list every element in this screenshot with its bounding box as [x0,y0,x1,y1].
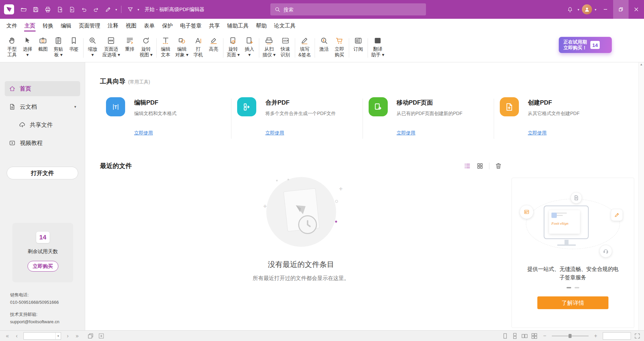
buy-now-button[interactable]: 立即购买 [332,34,347,62]
select-button[interactable]: 选择▾ [20,34,35,62]
menu-item-view[interactable]: 视图 [122,19,140,33]
trial-period-badge[interactable]: 正在试用期 立即购买！ 14 [559,37,612,53]
translate-assistant-button[interactable]: 翻译助手 ▾ [369,34,386,62]
learn-more-button[interactable]: 了解详情 [537,296,608,309]
search-box[interactable] [270,3,426,15]
page-number-input[interactable] [24,333,55,339]
grid-view-button[interactable] [476,162,484,170]
menu-item-protect[interactable]: 保护 [158,19,176,33]
menu-item-help[interactable]: 帮助 [252,19,270,33]
quick-esign-button[interactable] [102,3,114,15]
edit-text-icon [161,36,170,45]
scroll-up-arrow-icon[interactable]: ▲ [640,63,643,66]
last-page-button[interactable]: » [73,333,81,339]
restore-button[interactable] [613,0,629,19]
save-button[interactable] [30,3,42,15]
quick-ocr-button[interactable]: OCR 快速识别 [278,34,293,62]
next-page-button[interactable]: › [64,333,72,339]
zoom-slider[interactable] [552,334,589,338]
bookmark-button[interactable]: 书签 [66,34,82,62]
clear-recent-trash-button[interactable] [495,162,502,170]
quick-esign-caret-icon[interactable]: ▾ [114,8,118,11]
monitor-illustration: Foxit eSign [544,206,589,239]
page-number-caret-icon[interactable]: ▾ [55,333,61,339]
edit-object-button[interactable]: 编辑对象 ▾ [173,34,191,62]
search-input[interactable] [283,7,422,12]
menu-item-esign[interactable]: 电子签章 [176,19,205,33]
zoom-out-button[interactable]: − [541,333,549,339]
menu-item-file[interactable]: 文件 [3,19,21,33]
previous-page-button[interactable]: ‹ [13,333,21,339]
single-page-view-button[interactable] [502,333,508,339]
menu-item-comment[interactable]: 注释 [104,19,122,33]
minimize-button[interactable] [598,0,613,19]
continuous-view-button[interactable] [512,333,518,339]
zoom-in-button[interactable]: + [592,333,600,339]
fullscreen-button[interactable] [634,333,641,339]
snapshot-view-button[interactable] [87,333,94,339]
insert-button[interactable]: 插入▾ [242,34,257,62]
open-file-sidebar-button[interactable]: 打开文件 [7,167,78,179]
close-button[interactable] [629,0,644,19]
customize-toolbar-caret-icon[interactable]: ▾ [136,8,141,11]
menu-item-convert[interactable]: 转换 [39,19,57,33]
cloud-docs-caret-icon[interactable]: ▾ [74,105,76,109]
fill-sign-button[interactable]: 填写&签名 [297,34,313,62]
vertical-scrollbar[interactable]: ▲ [638,62,644,330]
sidebar-item-video-tutorials[interactable]: 视频教程 [5,135,80,151]
create-pdf-button[interactable] [66,3,78,15]
sidebar-item-shared-files[interactable]: 共享文件 [5,117,80,132]
sidebar-buy-now-button[interactable]: 立即购买 [28,261,58,272]
user-avatar[interactable] [582,4,592,14]
snapshot-button[interactable]: 截图 [35,34,51,62]
list-view-button[interactable] [464,162,471,170]
ribbon-group-subscribe: 订阅 [349,34,368,62]
customize-toolbar-button[interactable] [124,3,136,15]
menu-item-paper-tools[interactable]: 论文工具 [270,19,299,33]
subscribe-button[interactable]: 订阅 [351,34,366,62]
create-pdf-use-link[interactable]: 立即使用 [528,130,547,136]
continuous-facing-view-button[interactable] [531,333,538,339]
menu-item-home[interactable]: 主页 [21,19,39,33]
menu-item-accessibility[interactable]: 辅助工具 [223,19,252,33]
clipboard-button[interactable]: 剪贴板 ▾ [51,34,66,62]
zoom-button[interactable]: 缩放▾ [85,34,100,62]
print-button[interactable] [42,3,54,15]
rotate-pages-button[interactable]: 旋转页面 ▾ [225,34,242,62]
first-page-button[interactable]: « [3,333,11,339]
edit-pdf-use-link[interactable]: 立即使用 [134,130,153,136]
support-email-value[interactable]: support@foxitsoftware.cn [10,318,59,326]
reflow-button[interactable]: 重排 [122,34,138,62]
export-pdf-button[interactable] [54,3,66,15]
trial-days-badge: 14 [36,232,50,243]
merge-pdf-use-link[interactable]: 立即使用 [265,130,284,136]
sidebar-item-home[interactable]: 首页 [5,81,80,96]
page-fit-button[interactable]: 页面适应选项 ▾ [100,34,122,62]
from-scanner-button[interactable]: 从扫描仪 ▾ [261,34,278,62]
activate-button[interactable]: 激活 [316,34,332,62]
menu-item-form[interactable]: 表单 [140,19,158,33]
typewriter-button[interactable]: 打字机 [191,34,206,62]
undo-button[interactable] [78,3,90,15]
rotate-view-button[interactable]: 旋转视图 ▾ [138,34,155,62]
hand-tool-button[interactable]: 手型工具 [4,34,20,62]
redo-button[interactable] [90,3,102,15]
sparkle-ring [335,200,338,203]
menu-item-edit[interactable]: 编辑 [57,19,75,33]
facing-view-button[interactable] [521,333,528,339]
move-pdf-pages-use-link[interactable]: 立即使用 [397,130,416,136]
highlight-button[interactable]: 高亮 [206,34,221,62]
zoom-percent-input[interactable] [603,333,631,339]
edit-text-button[interactable]: 编辑文本 [158,34,173,62]
carousel-dot[interactable] [575,287,579,288]
zoom-slider-thumb[interactable] [569,334,572,338]
notifications-caret-icon[interactable]: ▾ [576,8,581,11]
carousel-dot-active[interactable] [567,287,571,288]
account-caret-icon[interactable]: ▾ [593,8,598,11]
clipboard-paste-button[interactable] [98,333,105,339]
menu-item-share[interactable]: 共享 [205,19,223,33]
notifications-bell-button[interactable] [564,3,576,15]
sidebar-item-cloud-docs[interactable]: 云文档 ▾ [5,99,80,114]
open-file-button[interactable] [17,3,30,15]
menu-item-page-management[interactable]: 页面管理 [75,19,104,33]
